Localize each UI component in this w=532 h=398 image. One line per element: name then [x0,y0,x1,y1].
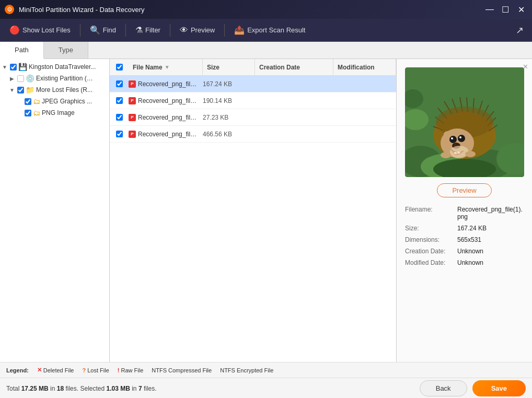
find-label: Find [103,26,116,34]
back-button[interactable]: Back [420,380,467,396]
legend-ntfs-compressed: NTFS Compressed File [152,367,212,373]
preview-info-modified-row: Modified Date: Unknown [405,259,524,266]
row4-checkbox[interactable] [116,131,123,137]
tree-item-png-image[interactable]: 🗂 PNG Image [0,107,109,119]
legend-ntfs-encrypted: NTFS Encrypted File [220,367,273,373]
main-content: ▼ 💾 Kingston DataTraveler... ▶ 💿 Existin… [0,59,532,362]
lost-file-label: Lost File [87,367,109,373]
svg-point-38 [465,151,476,157]
svg-point-29 [451,137,453,139]
status-text: Total 17.25 MB in 18 files. Selected 1.0… [6,385,420,392]
preview-action-button[interactable]: Preview [437,183,491,197]
preview-image-container [405,67,524,177]
size-label: Size: [405,225,457,232]
table-row[interactable]: P Recovered_png_file(3).p... 27.23 KB [110,109,396,126]
close-button[interactable]: ✕ [514,3,528,16]
kingston-checkbox[interactable] [10,64,17,71]
size-value: 167.24 KB [457,225,487,232]
existing-checkbox[interactable] [17,75,24,82]
existing-toggle[interactable]: ▶ [8,76,16,81]
png-toggle [16,110,23,116]
kingston-drive-icon: 💾 [18,63,27,71]
row3-filename: Recovered_png_file(3).p... [138,114,203,121]
file-table-body: P Recovered_png_file(1).p... 167.24 KB P… [110,76,396,362]
tree-item-kingston[interactable]: ▼ 💾 Kingston DataTraveler... [0,61,109,73]
svg-point-28 [458,135,465,142]
filter-button[interactable]: ⚗ Filter [130,23,166,37]
title-bar: ⚙ MiniTool Partition Wizard - Data Recov… [0,0,532,19]
preview-close-button[interactable]: × [523,62,528,72]
filename-value: Recovered_png_file(1).png [457,206,524,220]
dimensions-label: Dimensions: [405,236,457,243]
kingston-toggle[interactable]: ▼ [1,64,8,70]
row2-checkbox[interactable] [116,97,123,104]
morelost-toggle[interactable]: ▼ [8,87,16,93]
png-checkbox[interactable] [25,110,31,116]
show-lost-files-button[interactable]: 🔴 Show Lost Files [4,23,76,37]
maximize-button[interactable]: ☐ [499,3,512,16]
svg-point-27 [449,136,457,143]
lost-file-icon: ? [82,367,86,373]
preview-info: Filename: Recovered_png_file(1).png Size… [405,206,524,271]
select-all-checkbox[interactable] [116,64,123,71]
export-scan-button[interactable]: 📤 Export Scan Result [229,23,310,37]
row2-type-badge: P [129,97,136,104]
header-checkbox-cell [110,64,129,71]
svg-point-37 [441,152,451,158]
tab-bar: Path Type [0,42,532,59]
svg-point-35 [444,131,452,137]
morelost-checkbox[interactable] [17,87,24,93]
file-panel: File Name ▼ Size Creation Date Modificat… [110,59,396,362]
preview-info-filename-row: Filename: Recovered_png_file(1).png [405,206,524,220]
row4-size: 466.56 KB [203,131,255,138]
toolbar-separator-3 [170,24,170,37]
creation-date-value: Unknown [457,248,483,255]
legend-bar: Legend: ✕ Deleted File ? Lost File ! Raw… [0,362,532,378]
row3-checkbox[interactable] [116,114,123,121]
show-lost-files-icon: 🔴 [9,25,20,35]
row1-checkbox-cell [110,80,129,87]
header-modification[interactable]: Modification [333,59,396,75]
header-filename[interactable]: File Name ▼ [129,59,203,75]
ntfs-compressed-label: NTFS Compressed File [152,367,212,373]
tab-type[interactable]: Type [44,42,88,58]
tree-panel: ▼ 💾 Kingston DataTraveler... ▶ 💿 Existin… [0,59,110,362]
raw-file-label: Raw File [121,367,143,373]
legend-lost-file: ? Lost File [82,367,109,373]
preview-info-size-row: Size: 167.24 KB [405,225,524,232]
tree-item-more-lost-files[interactable]: ▼ 📁 More Lost Files (R... [0,84,109,96]
raw-file-icon: ! [118,367,120,373]
tree-item-existing-partition[interactable]: ▶ 💿 Existing Partition (… [0,73,109,84]
find-icon: 🔍 [90,25,100,35]
png-image-label: PNG Image [42,109,75,116]
export-label: Export Scan Result [247,26,305,34]
table-row[interactable]: P Recovered_png_file(1).p... 167.24 KB [110,76,396,92]
jpeg-checkbox[interactable] [25,98,31,105]
window-controls: — ☐ ✕ [483,3,528,16]
toolbar: 🔴 Show Lost Files 🔍 Find ⚗ Filter 👁 Prev… [0,19,532,42]
preview-button[interactable]: 👁 Preview [175,24,220,37]
row1-checkbox[interactable] [116,80,123,87]
preview-icon: 👁 [180,26,188,35]
tab-path[interactable]: Path [0,42,44,59]
status-buttons: Back Save [420,380,526,396]
tree-item-jpeg-graphics[interactable]: 🗂 JPEG Graphics ... [0,96,109,107]
existing-partition-icon: 💿 [26,74,34,83]
share-button[interactable]: ↗ [512,22,528,38]
preview-info-dimensions-row: Dimensions: 565x531 [405,236,524,243]
find-button[interactable]: 🔍 Find [85,23,121,37]
more-lost-files-label: More Lost Files (R... [36,86,92,93]
legend-deleted-file: ✕ Deleted File [37,367,74,373]
header-creation-date[interactable]: Creation Date [255,59,333,75]
filter-icon: ⚗ [135,25,143,35]
row3-type-badge: P [129,114,136,121]
header-size[interactable]: Size [203,59,255,75]
deleted-file-label: Deleted File [43,367,74,373]
save-button[interactable]: Save [472,380,526,396]
jpeg-toggle [16,99,23,104]
table-row[interactable]: P Recovered_png_file(2).p... 190.14 KB [110,92,396,109]
preview-panel: × [396,59,532,362]
creation-date-label: Creation Date: [405,248,457,255]
minimize-button[interactable]: — [483,3,496,16]
table-row[interactable]: P Recovered_png_file(4).p... 466.56 KB [110,126,396,143]
